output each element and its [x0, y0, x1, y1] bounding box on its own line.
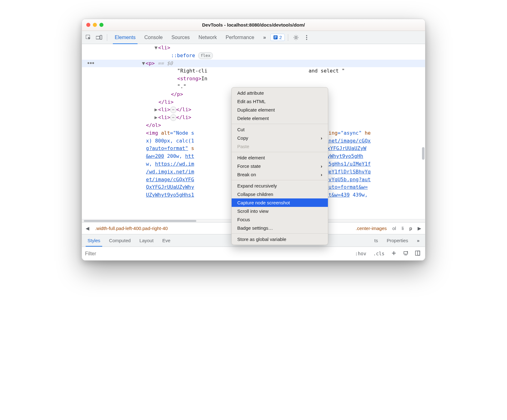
menu-force-state[interactable]: Force state› [232, 162, 328, 170]
url-link[interactable]: g?auto=format" [146, 145, 188, 151]
tab-dom-breakpoints[interactable]: ts [370, 234, 383, 247]
menu-cut[interactable]: Cut [232, 125, 328, 134]
url-link[interactable]: et/image/cGQxYFG [146, 177, 194, 182]
dom-node-p[interactable]: <p> [146, 60, 155, 66]
text-node[interactable]: "Right-cli [177, 68, 207, 74]
svg-rect-1 [96, 36, 100, 39]
menu-badge-settings[interactable]: Badge settings… [232, 224, 328, 232]
dom-node-strong[interactable]: <strong> [177, 76, 201, 82]
vertical-scrollbar[interactable] [422, 147, 424, 160]
menu-separator [232, 124, 328, 124]
svg-point-7 [306, 39, 307, 40]
minimize-window-button[interactable] [93, 23, 97, 27]
url-link[interactable]: https://wd.im [155, 161, 194, 167]
url-link[interactable]: &w=200 [146, 153, 164, 159]
menu-capture-node-screenshot[interactable]: Capture node screenshot [232, 198, 328, 207]
tab-performance[interactable]: Performance [221, 31, 259, 44]
menu-break-on[interactable]: Break on› [232, 170, 328, 179]
url-link[interactable]: /wd.imgix.net/im [146, 169, 194, 175]
menu-collapse-children[interactable]: Collapse children [232, 190, 328, 198]
menu-edit-as-html[interactable]: Edit as HTML [232, 97, 328, 106]
menu-paste: Paste [232, 142, 328, 151]
tab-event-listeners[interactable]: Eve [158, 234, 175, 247]
hov-toggle[interactable]: :hov [353, 250, 368, 257]
text-node[interactable]: "." [177, 83, 186, 89]
cls-toggle[interactable]: .cls [371, 250, 386, 257]
svg-point-4 [295, 37, 297, 38]
tab-network[interactable]: Network [194, 31, 221, 44]
kebab-menu-icon[interactable] [302, 33, 311, 42]
text-node[interactable]: In [201, 76, 207, 82]
new-style-rule-icon[interactable] [389, 250, 398, 258]
menu-expand-recursively[interactable]: Expand recursively [232, 182, 328, 190]
chevron-right-icon: › [321, 135, 322, 141]
tab-properties[interactable]: Properties [382, 234, 412, 247]
dom-node-li[interactable]: <li> [158, 114, 170, 120]
svg-rect-10 [418, 251, 420, 255]
device-toolbar-icon[interactable] [94, 33, 104, 42]
menu-separator [232, 180, 328, 180]
chevron-right-icon: › [321, 172, 322, 177]
ellipsis-icon[interactable]: ⋯ [170, 107, 176, 113]
dom-node-ol-close[interactable]: </ol> [146, 122, 161, 128]
titlebar: DevTools - localhost:8080/docs/devtools/… [82, 19, 425, 31]
tab-elements[interactable]: Elements [110, 31, 140, 44]
breadcrumb-item[interactable]: .width-full.pad-left-400.pad-right-40 [95, 226, 168, 231]
svg-point-5 [306, 35, 307, 36]
menu-scroll-into-view[interactable]: Scroll into view [232, 207, 328, 215]
chevron-right-icon: › [321, 163, 322, 169]
settings-icon[interactable] [291, 33, 301, 42]
text-node[interactable]: and select " [309, 68, 345, 74]
main-toolbar: Elements Console Sources Network Perform… [82, 31, 425, 44]
devtools-window: DevTools - localhost:8080/docs/devtools/… [82, 19, 425, 261]
dom-node-img[interactable]: <img [146, 130, 158, 136]
computed-toggle-icon[interactable] [413, 250, 422, 258]
rendering-icon[interactable] [401, 250, 410, 258]
gutter-ellipsis-icon[interactable]: ••• [87, 60, 94, 66]
menu-separator [232, 233, 328, 234]
tab-computed[interactable]: Computed [105, 234, 135, 247]
console-ref: == $0 [155, 60, 173, 66]
selected-dom-row[interactable]: •••▼<p> == $0 [82, 60, 425, 68]
url-link[interactable]: UZyWhyt9yo5gHhs1 [146, 192, 194, 198]
ellipsis-icon[interactable]: ⋯ [170, 114, 176, 121]
svg-point-6 [306, 37, 307, 38]
dom-pseudo-before[interactable]: ::before [171, 52, 195, 58]
menu-add-attribute[interactable]: Add attribute [232, 89, 328, 97]
tab-sources[interactable]: Sources [167, 31, 194, 44]
issues-count: 2 [279, 35, 282, 40]
dom-node-li[interactable]: <li> [158, 107, 170, 112]
maximize-window-button[interactable] [99, 23, 103, 27]
menu-duplicate-element[interactable]: Duplicate element [232, 106, 328, 114]
menu-hide-element[interactable]: Hide element [232, 153, 328, 162]
breadcrumb-item[interactable]: .center-images [356, 226, 387, 231]
dom-node-p-close[interactable]: </p> [171, 91, 183, 97]
breadcrumb-item[interactable]: ol [392, 226, 396, 231]
inspect-element-icon[interactable] [84, 33, 93, 42]
dom-node-li[interactable]: <li> [158, 45, 170, 51]
tab-layout[interactable]: Layout [135, 234, 158, 247]
styles-filter-bar: :hov .cls [82, 247, 425, 260]
tab-styles[interactable]: Styles [83, 234, 105, 247]
issues-badge[interactable]: 2 [270, 34, 284, 41]
breadcrumb-scroll-left-icon[interactable]: ◀ [86, 226, 89, 231]
breadcrumb-item-selected[interactable]: p [409, 226, 412, 231]
breadcrumb-item[interactable]: li [402, 226, 404, 231]
context-menu: Add attribute Edit as HTML Duplicate ele… [231, 87, 328, 245]
menu-store-global-variable[interactable]: Store as global variable [232, 235, 328, 243]
toolbar-separator [288, 34, 288, 41]
more-styles-tabs-icon[interactable]: » [413, 234, 424, 247]
filter-input[interactable] [85, 251, 347, 257]
breadcrumb-scroll-right-icon[interactable]: ▶ [418, 226, 421, 231]
window-title: DevTools - localhost:8080/docs/devtools/… [82, 22, 425, 28]
dom-node-li-close[interactable]: </li> [158, 99, 173, 105]
window-controls [86, 23, 103, 27]
tab-console[interactable]: Console [140, 31, 167, 44]
close-window-button[interactable] [86, 23, 90, 27]
more-tabs-icon[interactable]: » [260, 33, 269, 42]
menu-focus[interactable]: Focus [232, 215, 328, 224]
menu-copy[interactable]: Copy› [232, 134, 328, 142]
url-link[interactable]: QxYFGJrUUaUZyWhy [146, 184, 194, 190]
menu-delete-element[interactable]: Delete element [232, 114, 328, 122]
flex-badge[interactable]: flex [198, 52, 213, 59]
